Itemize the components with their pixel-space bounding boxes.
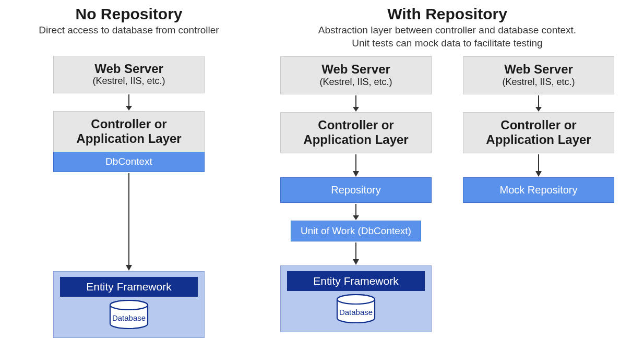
arrow-down-icon [351, 241, 361, 265]
webserver-title: Web Server [285, 62, 427, 77]
svg-marker-13 [353, 259, 359, 265]
column-no-repo: Web Server (Kestrel, IIS, etc.) Controll… [53, 56, 205, 338]
webserver-title: Web Server [58, 62, 200, 76]
arrow-down-icon [351, 94, 361, 112]
diagram-root: No Repository Direct access to database … [16, 5, 628, 338]
webserver-title: Web Server [468, 62, 610, 77]
heading-with-repo: With Repository [387, 5, 507, 23]
arrow-down-icon [533, 153, 544, 177]
webserver-sub: (Kestrel, IIS, etc.) [58, 76, 200, 87]
webserver-sub: (Kestrel, IIS, etc.) [468, 77, 610, 88]
svg-point-5 [110, 300, 148, 310]
controller-line2: Application Layer [468, 132, 610, 147]
svg-point-15 [337, 295, 375, 304]
controller-line2: Application Layer [285, 132, 427, 147]
ef-title: Entity Framework [60, 277, 198, 297]
repository-box: Repository [280, 177, 432, 203]
controller-line2: Application Layer [58, 131, 200, 146]
svg-marker-11 [353, 215, 359, 220]
dbcontext-box: DbContext [53, 152, 205, 172]
svg-marker-17 [535, 107, 542, 112]
unit-of-work-box: Unit of Work (DbContext) [291, 221, 421, 241]
entity-framework-box: Entity Framework Database [280, 265, 432, 332]
column-mock-repository: Web Server (Kestrel, IIS, etc.) Controll… [463, 56, 614, 332]
webserver-box: Web Server (Kestrel, IIS, etc.) [280, 56, 432, 94]
database-icon: Database [103, 300, 155, 331]
columns-with-repo: Web Server (Kestrel, IIS, etc.) Controll… [280, 56, 614, 332]
svg-marker-7 [353, 107, 359, 112]
webserver-sub: (Kestrel, IIS, etc.) [285, 77, 427, 88]
arrow-down-icon [351, 203, 361, 221]
heading-no-repo: No Repository [75, 5, 182, 23]
controller-box: Controller or Application Layer [463, 112, 614, 153]
database-icon: Database [330, 294, 382, 325]
column-repository: Web Server (Kestrel, IIS, etc.) Controll… [280, 56, 432, 332]
subheading-no-repo: Direct access to database from controlle… [39, 24, 219, 37]
section-with-repository: With Repository Abstraction layer betwee… [270, 5, 625, 338]
section-no-repository: No Repository Direct access to database … [19, 5, 238, 338]
entity-framework-box: Entity Framework Database [53, 271, 205, 338]
sub-line1: Abstraction layer between controller and… [318, 25, 576, 35]
webserver-box: Web Server (Kestrel, IIS, etc.) [463, 56, 614, 94]
subheading-with-repo: Abstraction layer between controller and… [318, 24, 576, 50]
db-label: Database [339, 308, 373, 317]
controller-box: Controller or Application Layer [53, 111, 205, 152]
arrow-down-icon [124, 172, 134, 271]
arrow-down-icon [351, 153, 361, 177]
controller-line1: Controller or [468, 118, 610, 132]
arrow-down-icon [124, 93, 134, 111]
ef-title: Entity Framework [287, 271, 425, 291]
webserver-box: Web Server (Kestrel, IIS, etc.) [53, 56, 205, 94]
svg-marker-19 [535, 171, 542, 177]
mock-repository-box: Mock Repository [463, 177, 614, 203]
db-label: Database [112, 313, 146, 322]
svg-marker-1 [126, 106, 132, 111]
controller-line1: Controller or [58, 117, 200, 131]
controller-box: Controller or Application Layer [280, 112, 432, 153]
sub-line2: Unit tests can mock data to facilitate t… [352, 38, 542, 48]
svg-marker-9 [353, 171, 359, 177]
svg-marker-3 [126, 265, 132, 271]
arrow-down-icon [533, 94, 544, 112]
controller-line1: Controller or [285, 118, 427, 132]
